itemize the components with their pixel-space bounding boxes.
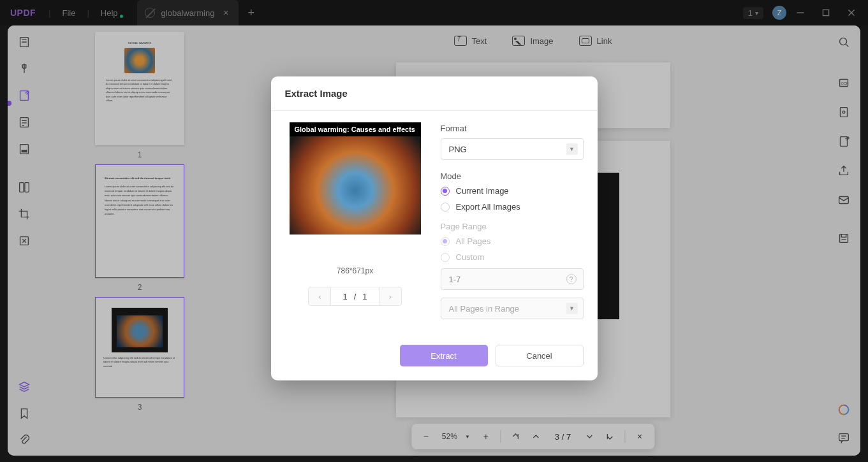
chevron-down-icon: ▼ [566,143,578,155]
range-scope-value: All Pages in Range [449,304,520,314]
range-value: 1-7 [449,275,461,284]
radio-checked-icon [441,187,450,196]
pager-current: 1 [342,292,347,301]
pager-next-button[interactable]: › [379,287,402,306]
range-custom-label: Custom [456,252,485,262]
image-preview: Global warming: Causes and effects [290,122,421,235]
help-icon[interactable]: ? [566,274,577,284]
range-scope-select: All Pages in Range ▼ [441,298,584,319]
mode-current-radio[interactable]: Current Image [441,186,584,196]
range-custom-radio: Custom [441,252,584,262]
pager-prev-button[interactable]: ‹ [308,287,331,306]
cancel-button[interactable]: Cancel [496,345,584,366]
chevron-down-icon: ▼ [566,303,578,314]
format-value: PNG [449,145,467,154]
extract-button[interactable]: Extract [400,345,488,366]
extract-image-dialog: Extract Image Global warming: Causes and… [271,76,598,380]
preview-caption: Global warming: Causes and effects [290,122,421,136]
mode-all-label: Export All Images [456,202,520,212]
page-range-label: Page Range [441,222,584,231]
range-all-radio: All Pages [441,236,584,246]
radio-unchecked-icon [441,203,450,212]
mode-current-label: Current Image [456,186,509,196]
mode-label: Mode [441,171,584,181]
image-dimensions: 786*671px [337,266,373,275]
pager-total: 1 [362,292,367,301]
pager-indicator: 1 / 1 [331,287,378,306]
format-select[interactable]: PNG ▼ [441,138,584,160]
range-all-label: All Pages [456,236,491,246]
dialog-title: Extract Image [271,76,598,111]
format-label: Format [441,124,584,133]
preview-pager: ‹ 1 / 1 › [308,287,401,306]
radio-unchecked-icon [441,253,450,262]
radio-checked-icon [441,237,450,246]
pager-sep: / [354,292,357,301]
page-range-input: 1-7 ? [441,268,584,290]
mode-export-all-radio[interactable]: Export All Images [441,202,584,212]
